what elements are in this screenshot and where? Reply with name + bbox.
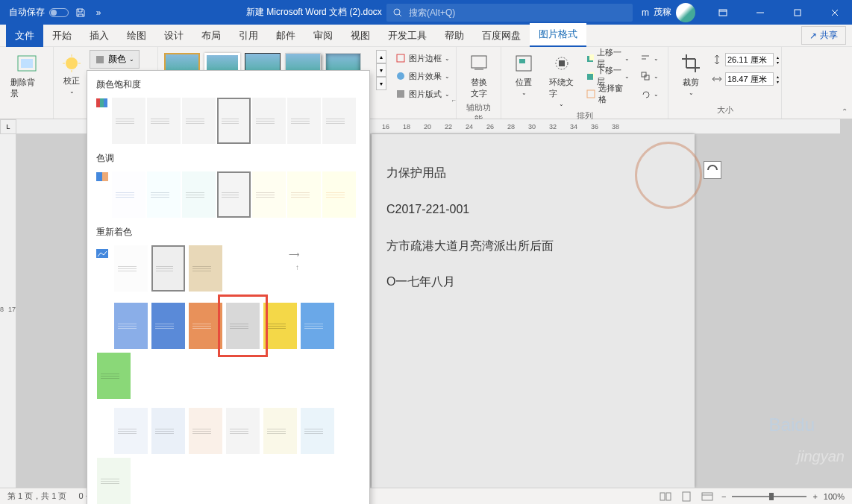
tone-option[interactable]: [322, 171, 356, 218]
recolor-option[interactable]: [97, 458, 131, 504]
color-dropdown-button[interactable]: 颜色 ⌄: [90, 50, 140, 69]
search-input[interactable]: [409, 7, 627, 18]
position-label: 位置: [516, 77, 532, 88]
maximize-button[interactable]: [780, 0, 815, 25]
save-icon[interactable]: [75, 7, 87, 19]
selection-pane-button[interactable]: 选择窗格: [583, 86, 633, 102]
menu-references[interactable]: 引用: [230, 25, 267, 47]
recolor-option[interactable]: [301, 408, 334, 454]
recolor-option[interactable]: [114, 408, 148, 454]
search-box[interactable]: [386, 4, 633, 22]
layout-icon: [395, 89, 406, 99]
menu-baidu[interactable]: 百度网盘: [473, 25, 530, 47]
recolor-option[interactable]: [97, 353, 131, 399]
recolor-option[interactable]: [189, 245, 222, 292]
view-read-mode[interactable]: [659, 491, 674, 503]
group-button[interactable]: ⌄: [637, 68, 662, 84]
width-down[interactable]: ▾: [777, 79, 779, 84]
wrap-text-button[interactable]: 环绕文 字⌄: [545, 50, 578, 109]
saturation-option[interactable]: [322, 98, 356, 144]
document-page[interactable]: 力保护用品 C2017-221-001 方市疏港大道月亮湾派出所后面 O一七年八…: [372, 134, 695, 488]
menu-help[interactable]: 帮助: [436, 25, 473, 47]
autosave-toggle[interactable]: 自动保存: [9, 6, 69, 19]
recolor-option[interactable]: [226, 408, 260, 454]
share-label: 共享: [820, 29, 838, 42]
zoom-level[interactable]: 100%: [824, 492, 845, 501]
rotate-button[interactable]: ⌄: [637, 86, 662, 102]
page-indicator[interactable]: 第 1 页，共 1 页: [7, 491, 66, 502]
recolor-option[interactable]: [189, 303, 222, 349]
toggle-switch-icon[interactable]: [49, 8, 69, 17]
saturation-option[interactable]: [147, 98, 181, 144]
menu-picture-format[interactable]: 图片格式: [530, 23, 586, 48]
send-backward-button[interactable]: 下移一层⌄: [583, 68, 633, 84]
corrections-button[interactable]: 校正 ⌄: [60, 51, 84, 96]
height-up[interactable]: ▴: [777, 54, 779, 60]
saturation-option-selected[interactable]: [217, 98, 251, 144]
gallery-scroll-down[interactable]: ▾: [376, 63, 386, 77]
menu-design[interactable]: 设计: [155, 25, 192, 47]
picture-layout-button[interactable]: 图片版式⌄: [392, 86, 453, 102]
height-down[interactable]: ▾: [777, 60, 779, 65]
view-web-layout[interactable]: [701, 491, 715, 503]
menu-layout[interactable]: 布局: [192, 25, 230, 47]
user-account[interactable]: m 茂稼: [634, 3, 703, 22]
ribbon-display-button[interactable]: [706, 0, 740, 25]
picture-effects-button[interactable]: 图片效果⌄: [392, 68, 453, 84]
collapse-ribbon-icon[interactable]: ⌃: [842, 107, 848, 116]
bring-forward-button[interactable]: 上移一层⌄: [583, 50, 633, 66]
menu-draw[interactable]: 绘图: [118, 25, 155, 47]
alt-text-button[interactable]: 替换 文字: [463, 50, 495, 101]
position-button[interactable]: 位置⌄: [507, 50, 540, 98]
picture-border-button[interactable]: 图片边框⌄: [392, 50, 453, 66]
saturation-option[interactable]: [112, 98, 145, 144]
menu-developer[interactable]: 开发工具: [379, 25, 436, 47]
saturation-option[interactable]: [287, 98, 321, 144]
width-input[interactable]: [725, 72, 774, 86]
menu-insert[interactable]: 插入: [81, 25, 118, 47]
tone-option[interactable]: [147, 171, 181, 218]
height-input[interactable]: [725, 53, 774, 66]
tone-option[interactable]: [252, 171, 286, 218]
gallery-expand[interactable]: ▾: [376, 77, 386, 90]
view-print-layout[interactable]: [680, 491, 695, 503]
recolor-option[interactable]: [189, 408, 222, 454]
ruler-corner[interactable]: L: [0, 119, 16, 134]
more-icon[interactable]: »: [93, 7, 104, 19]
menu-mailings[interactable]: 邮件: [267, 25, 304, 47]
recolor-option[interactable]: [151, 245, 185, 292]
zoom-slider[interactable]: [732, 496, 806, 497]
recolor-option[interactable]: [114, 245, 148, 292]
recolor-option[interactable]: [301, 303, 334, 349]
saturation-option[interactable]: [252, 98, 286, 144]
menu-view[interactable]: 视图: [342, 25, 379, 47]
layout-options-icon[interactable]: [704, 161, 721, 179]
recolor-option-highlighted[interactable]: [226, 303, 260, 349]
recolor-option[interactable]: [263, 303, 297, 349]
zoom-out-button[interactable]: −: [721, 492, 726, 501]
zoom-in-button[interactable]: +: [812, 492, 817, 501]
recolor-option[interactable]: [151, 408, 185, 454]
ruler-vertical[interactable]: 171819202122232425262728293031323334: [0, 134, 16, 488]
tone-option[interactable]: [112, 171, 145, 218]
svg-rect-5: [795, 10, 801, 16]
recolor-option[interactable]: [263, 408, 297, 454]
tone-option[interactable]: [287, 171, 321, 218]
menu-review[interactable]: 审阅: [304, 25, 342, 47]
saturation-option[interactable]: [182, 98, 216, 144]
recolor-option[interactable]: [151, 303, 185, 349]
remove-background-button[interactable]: 删除背景: [6, 50, 47, 101]
minimize-button[interactable]: [743, 0, 777, 25]
tone-option[interactable]: [182, 171, 216, 218]
menu-home[interactable]: 开始: [43, 25, 81, 47]
share-button[interactable]: ↗ 共享: [801, 26, 846, 45]
gallery-scroll-up[interactable]: ▴: [376, 50, 386, 63]
tone-option-selected[interactable]: [217, 171, 251, 218]
close-button[interactable]: [818, 0, 852, 25]
styles-launcher-icon[interactable]: ⌐: [452, 96, 456, 104]
align-button[interactable]: ⌄: [637, 50, 662, 66]
recolor-option[interactable]: [114, 303, 148, 349]
menu-file[interactable]: 文件: [6, 25, 43, 47]
width-up[interactable]: ▴: [777, 74, 779, 79]
crop-button[interactable]: 裁剪⌄: [674, 50, 707, 98]
